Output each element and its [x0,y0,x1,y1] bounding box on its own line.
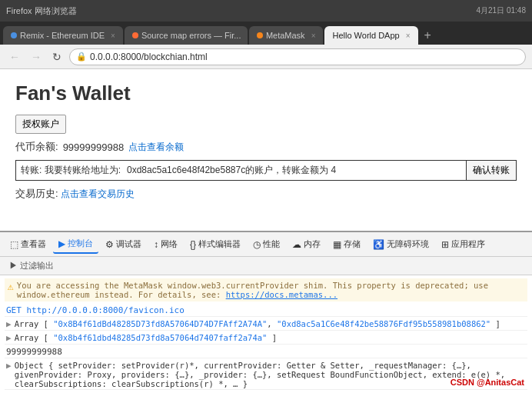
network-icon: ↕ [154,239,158,250]
tab-dot-sourcemap [132,32,138,38]
tab-close-hellodapp[interactable]: × [403,32,411,40]
dt-tab-noenv[interactable]: ♿ 无障碍环境 [367,235,434,253]
expand-icon-0[interactable]: ▶ [6,319,12,329]
dt-label-memory: 内存 [304,238,321,250]
log-text-1: Array [ "0x8b4f61dbd48285d73fd8a57064d74… [15,333,277,342]
tab-hellodapp[interactable]: Hello World DApp × [324,26,417,45]
transfer-input[interactable] [125,162,466,179]
devtools-toolbar: ⬚ 查看器 ▶ 控制台 ⚙ 调试器 ↕ 网络 {} 样式编辑器 ◷ 性能 ☁ 内… [0,232,532,257]
dt-tab-style[interactable]: {} 样式编辑器 [185,235,246,253]
dt-label-app: 应用程序 [451,238,485,250]
balance-row: 代币余额: 99999999988 点击查看余额 [15,140,517,154]
dt-label-debugger: 调试器 [116,238,141,250]
debugger-icon: ⚙ [105,239,114,250]
expand-icon-1[interactable]: ▶ [6,333,12,343]
dt-tab-perf[interactable]: ◷ 性能 [248,235,285,253]
tab-close-remix[interactable]: × [108,32,115,40]
log-row-2: 99999999988 [5,346,527,358]
confirm-transfer-button[interactable]: 确认转账 [466,161,516,180]
page-content: Fan's Wallet 授权账户 代币余额: 99999999988 点击查看… [0,69,532,231]
dt-label-network: 网络 [161,238,178,250]
browser-toolbar: ← → ↻ 🔒 0.0.0.0:8000/blockchian.html [0,45,532,69]
history-label: 交易历史: [15,188,58,199]
warning-row: ⚠ You are accessing the MetaMask window.… [5,278,527,301]
tab-dot-remix [11,32,17,38]
log-text-0: Array [ "0x8B4f61dBd48285D73fd8A57064D74… [15,319,500,328]
dt-tab-memory[interactable]: ☁ 内存 [287,235,326,253]
inspector-icon: ⬚ [10,239,18,250]
csdn-watermark: CSDN @AnitasCat [451,378,524,387]
dt-tab-storage[interactable]: ▦ 存储 [328,235,366,253]
dt-tab-inspector[interactable]: ⬚ 查看器 [5,235,52,253]
dt-label-console: 控制台 [68,238,93,249]
refresh-button[interactable]: ↻ [49,49,65,65]
app-icon: ⊞ [441,239,449,250]
dt-tab-console[interactable]: ▶ 控制台 [53,235,98,254]
page-title: Fan's Wallet [15,82,517,105]
history-link[interactable]: 点击查看交易历史 [61,188,135,199]
tab-close-sourcemap[interactable]: × [244,32,247,40]
log-row-1: ▶ Array [ "0x8b4f61dbd48285d73fd8a57064d… [5,332,527,345]
transfer-label: 转账: 我要转账给地址为: [16,161,125,180]
log-text-3: Object { setProvider: setProvider(r)*, c… [15,361,526,388]
tab-label-sourcemap: Source map errors — Fir... [141,31,241,40]
titlebar: Firefox 网络浏览器 4月21日 01:48 [0,0,532,22]
transfer-row: 转账: 我要转账给地址为: 确认转账 [15,160,517,181]
tab-dot-metamask [257,32,263,38]
browser-tabs: Remix - Ethereum IDE × Source map errors… [0,22,532,45]
new-tab-button[interactable]: + [420,26,436,45]
address-text: 0.0.0.0:8000/blockchian.html [90,52,208,62]
filter-output-btn[interactable]: ▶ 过滤输出 [6,258,57,273]
balance-value: 99999999988 [63,142,125,153]
lock-icon: 🔒 [76,52,87,62]
balance-link[interactable]: 点击查看余额 [128,141,184,154]
back-button[interactable]: ← [6,49,23,65]
warning-text: You are accessing the MetaMask window.we… [17,281,524,299]
dt-tab-debugger[interactable]: ⚙ 调试器 [100,235,147,253]
metamask-docs-link[interactable]: https://docs.metamas... [226,290,337,299]
datetime: 4月21日 01:48 [477,5,527,16]
console-icon: ▶ [58,238,65,249]
address-bar[interactable]: 🔒 0.0.0.0:8000/blockchian.html [69,48,526,65]
log-row-0: ▶ Array [ "0x8B4f61dBd48285D73fd8A57064D… [5,318,527,331]
balance-label: 代币余额: [15,140,58,154]
warning-icon: ⚠ [8,281,14,292]
forward-button[interactable]: → [28,49,45,65]
log-text-2: 99999999988 [6,347,62,357]
noenv-icon: ♿ [373,239,384,250]
tab-label-metamask: MetaMask [266,31,305,40]
log-row-3: ▶ Object { setProvider: setProvider(r)*,… [5,360,527,390]
dt-label-style: 样式编辑器 [198,238,241,250]
tab-metamask[interactable]: MetaMask × [249,26,324,45]
get-log-text: GET http://0.0.0.0:8000/favicon.ico [6,305,185,315]
browser-title: Firefox 网络浏览器 [6,5,477,17]
perf-icon: ◷ [253,239,261,250]
devtools-subbar: ▶ 过滤输出 [0,257,532,275]
dt-tab-network[interactable]: ↕ 网络 [148,235,183,253]
dt-label-inspector: 查看器 [21,238,46,250]
tab-label-remix: Remix - Ethereum IDE [20,31,105,40]
expand-icon-3[interactable]: ▶ [6,361,12,371]
history-row: 交易历史: 点击查看交易历史 [15,187,517,201]
storage-icon: ▦ [333,239,341,250]
dt-tab-app[interactable]: ⊞ 应用程序 [436,235,490,253]
devtools: ⬚ 查看器 ▶ 控制台 ⚙ 调试器 ↕ 网络 {} 样式编辑器 ◷ 性能 ☁ 内… [0,231,532,393]
dt-label-noenv: 无障碍环境 [387,238,429,250]
tab-label-hellodapp: Hello World DApp [332,31,399,40]
style-icon: {} [190,239,196,250]
authorize-btn[interactable]: 授权账户 [15,115,66,134]
tab-close-metamask[interactable]: × [308,32,316,40]
devtools-content[interactable]: ⚠ You are accessing the MetaMask window.… [0,275,532,393]
dt-label-storage: 存储 [344,238,361,250]
get-log-row: GET http://0.0.0.0:8000/favicon.ico [5,305,527,317]
memory-icon: ☁ [292,239,301,250]
tab-remix[interactable]: Remix - Ethereum IDE × [3,26,123,45]
dt-label-perf: 性能 [263,238,280,250]
tab-sourcemap[interactable]: Source map errors — Fir... × [125,26,248,45]
